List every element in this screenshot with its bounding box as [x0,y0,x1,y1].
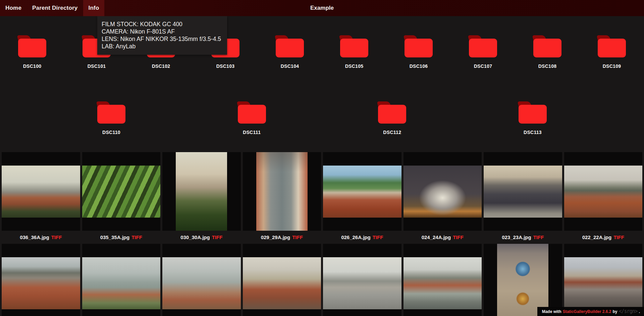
footer-credit: Made with StaticGalleryBuilder 2.6.2 by … [537,307,644,316]
photo-astronomical-clock [497,244,548,316]
gallery-item-024_24a.jpg[interactable]: 024_24A.jpgTIFF [404,152,482,244]
photo-aerial-town-square [256,152,308,231]
folder-icon [598,35,626,57]
thumbnail-format-tag[interactable]: TIFF [212,234,223,240]
thumbnail-tile [323,152,401,231]
folder-dsc105[interactable]: DSC105 [334,35,374,69]
thumbnail-tile [323,244,401,316]
thumbnail-format-tag[interactable]: TIFF [613,234,624,240]
thumbnail-tile [404,152,482,231]
gallery-item-029_29a.jpg[interactable]: 029_29A.jpgTIFF [243,152,321,244]
gallery-item-022_22a.jpg[interactable]: 022_22A.jpgTIFF [564,152,643,244]
folder-dsc109[interactable]: DSC109 [592,35,632,69]
folder-body-shape [18,39,46,57]
folder-dsc111[interactable]: DSC111 [232,101,272,135]
folder-label: DSC102 [152,63,170,69]
thumbnail-filename: 023_23A.jpg [502,234,531,240]
gallery-item-river-bridge-panorama[interactable] [82,244,161,316]
folder-icon [405,35,433,57]
photo-bridge-statue-river-boat [323,257,401,309]
thumbnail-filename: 036_36A.jpg [20,234,49,240]
thumbnail-format-tag[interactable]: TIFF [292,234,303,240]
footer-made-with: Made with [542,309,561,314]
photo-hazy-city-panorama [162,257,241,309]
gallery-item-026_26a.jpg[interactable]: 026_26A.jpgTIFF [323,152,401,244]
gallery-section: 036_36A.jpgTIFF035_35A.jpgTIFF030_30A.jp… [0,152,644,316]
folder-dsc106[interactable]: DSC106 [398,35,439,69]
gallery-item-035_35a.jpg[interactable]: 035_35A.jpgTIFF [82,152,161,244]
photo-tyn-church-night [404,166,482,218]
photo-castle-panorama [564,166,643,218]
gallery-item-castle-hill-rooftops[interactable] [2,244,80,316]
folder-dsc113[interactable]: DSC113 [513,101,553,135]
folder-icon [276,35,304,57]
photo-city-panorama-cathedral [2,166,80,218]
thumbnail-format-tag[interactable]: TIFF [131,234,142,240]
folder-icon [533,35,561,57]
folder-icon [378,101,406,124]
folder-icon [469,35,497,57]
folder-dsc107[interactable]: DSC107 [463,35,503,69]
thumbnail-tile [2,244,80,316]
folder-body-shape [469,39,497,57]
folder-icon [238,101,266,124]
thumbnail-tile [243,244,321,316]
folder-icon [519,101,547,124]
folder-icon [18,35,46,57]
gallery-item-castle-across-river[interactable] [404,244,482,316]
gallery-item-030_30a.jpg[interactable]: 030_30A.jpgTIFF [162,152,241,244]
folder-dsc100[interactable]: DSC100 [12,35,52,69]
gallery-item-bridge-statue-river-boat[interactable] [323,244,401,316]
photo-river-bridge-panorama [82,257,161,309]
thumbnail-filename: 030_30A.jpg [180,234,210,240]
footer-period: . [639,309,640,314]
folder-label: DSC101 [88,63,106,69]
folder-label: DSC103 [216,63,235,69]
info-panel-line-2: LENS: Nikon AF NIKKOR 35-135mm f/3.5-4.5 [102,35,221,43]
nav-item-parent-directory[interactable]: Parent Directory [27,0,83,16]
gallery-item-astronomical-clock[interactable] [484,244,562,316]
folder-label: DSC100 [23,63,42,69]
thumbnail-label: 029_29A.jpgTIFF [243,231,321,244]
folder-dsc108[interactable]: DSC108 [527,35,568,69]
gallery-item-old-town-street-crowd[interactable] [564,244,643,316]
thumbnail-label: 030_30A.jpgTIFF [162,231,241,244]
folder-dsc110[interactable]: DSC110 [91,101,131,135]
folder-label: DSC107 [474,63,492,69]
folder-icon [340,35,368,57]
folder-dsc112[interactable]: DSC112 [372,101,412,135]
folder-label: DSC109 [603,63,621,69]
thumbnail-filename: 035_35A.jpg [100,234,130,240]
thumbnail-tile [484,152,562,231]
photo-castle-hill-rooftops [2,257,80,309]
folder-body-shape [378,105,406,124]
thumbnail-format-tag[interactable]: TIFF [51,234,62,240]
photo-old-town-street-crowd [564,257,643,309]
thumbnail-tile [162,244,241,316]
gallery-item-hazy-city-panorama[interactable] [162,244,241,316]
thumbnail-label: 036_36A.jpgTIFF [2,231,80,244]
folder-dsc104[interactable]: DSC104 [270,35,310,69]
info-panel-line-1: CAMERA: Nikon F-801S AF [102,28,221,35]
thumbnail-format-tag[interactable]: TIFF [453,234,464,240]
folder-label: DSC111 [243,130,261,135]
gallery-item-riverfront-buildings[interactable] [243,244,321,316]
footer-by: by [612,309,617,314]
folder-body-shape [340,39,368,57]
thumbnail-format-tag[interactable]: TIFF [533,234,544,240]
nav-item-info[interactable]: Info [83,0,105,16]
thumbnail-filename: 022_22A.jpg [582,234,612,240]
photo-green-foliage [82,166,161,218]
folder-label: DSC112 [383,130,401,135]
gallery-item-036_36a.jpg[interactable]: 036_36A.jpgTIFF [2,152,80,244]
thumbnail-tile [2,152,80,231]
static-gallery-builder-link[interactable]: StaticGalleryBuilder 2.6.2 [563,309,611,314]
thumbnail-format-tag[interactable]: TIFF [373,234,383,240]
thumbnail-tile [243,152,321,231]
gallery-item-023_23a.jpg[interactable]: 023_23A.jpgTIFF [484,152,562,244]
folder-label: DSC106 [410,63,428,69]
srgn-logo[interactable]: </srgn> [619,308,637,314]
nav-item-home[interactable]: Home [0,0,27,16]
navbar: HomeParent DirectoryInfo Example [0,0,644,16]
thumbnail-filename: 026_26A.jpg [341,234,371,240]
